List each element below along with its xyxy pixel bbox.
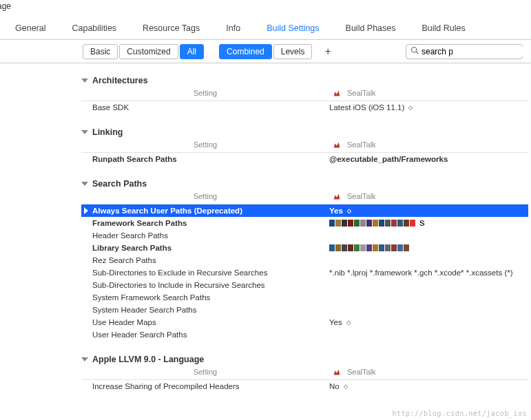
- setting-row-subdirs-exclude[interactable]: Sub-Directories to Exclude in Recursive …: [81, 266, 528, 279]
- setting-name: Sub-Directories to Exclude in Recursive …: [81, 269, 329, 277]
- target-column-header: SealTalk: [329, 88, 528, 98]
- filter-customized[interactable]: Customized: [119, 44, 178, 59]
- setting-name: System Header Search Paths: [81, 306, 329, 314]
- tab-general[interactable]: General: [11, 18, 50, 39]
- stepper-icon: ◇: [344, 384, 346, 390]
- setting-value[interactable]: Yes ◇: [329, 207, 528, 215]
- setting-name: Always Search User Paths (Deprecated): [92, 207, 242, 215]
- column-header-row: Setting SealTalk: [81, 138, 528, 151]
- setting-value[interactable]: S: [329, 219, 528, 227]
- setting-value[interactable]: [329, 244, 528, 251]
- disclosure-triangle-icon: [81, 357, 88, 361]
- setting-column-header: Setting: [81, 140, 329, 149]
- setting-name: System Framework Search Paths: [81, 293, 329, 302]
- app-target-icon: [332, 88, 342, 98]
- target-name: SealTalk: [347, 192, 376, 200]
- tab-build-phases[interactable]: Build Phases: [342, 18, 400, 39]
- disclosure-triangle-icon: [81, 78, 88, 83]
- app-target-icon: [332, 191, 342, 201]
- settings-content: Architectures Setting SealTalk Base SDK …: [0, 63, 531, 392]
- section-title: Search Paths: [92, 179, 147, 189]
- svg-point-0: [412, 48, 417, 53]
- search-icon: [410, 46, 419, 56]
- setting-name: Runpath Search Paths: [81, 155, 329, 163]
- target-column-header: SealTalk: [329, 191, 528, 201]
- target-column-header: SealTalk: [329, 367, 528, 377]
- app-target-icon: [332, 140, 342, 149]
- section-title: Architectures: [92, 76, 148, 85]
- setting-value[interactable]: Yes ◇: [329, 318, 528, 326]
- setting-row-always-search-user-paths[interactable]: Always Search User Paths (Deprecated) Ye…: [81, 204, 528, 217]
- filter-all[interactable]: All: [180, 44, 204, 59]
- setting-name: Base SDK: [81, 103, 329, 112]
- filter-bar: Basic Customized All Combined Levels +: [0, 40, 531, 63]
- target-name: SealTalk: [347, 89, 376, 97]
- app-target-icon: [332, 367, 342, 377]
- section-llvm-language: Apple LLVM 9.0 - Language Setting SealTa…: [81, 355, 528, 392]
- setting-name: Increase Sharing of Precompiled Headers: [81, 382, 329, 390]
- section-header-linking[interactable]: Linking: [81, 127, 528, 137]
- setting-row-increase-sharing-pch[interactable]: Increase Sharing of Precompiled Headers …: [81, 380, 528, 392]
- watermark: http://blog.csdn.net/jacob_ios: [392, 410, 527, 417]
- section-header-llvm[interactable]: Apple LLVM 9.0 - Language: [81, 355, 528, 364]
- setting-row-rez-search-paths[interactable]: Rez Search Paths: [81, 254, 528, 266]
- section-header-architectures[interactable]: Architectures: [81, 76, 528, 85]
- tab-info[interactable]: Info: [222, 18, 244, 39]
- multi-value-indicator: [329, 220, 415, 227]
- column-header-row: Setting SealTalk: [81, 366, 528, 378]
- stepper-icon: ◇: [408, 105, 411, 111]
- setting-row-framework-search-paths[interactable]: Framework Search Paths S: [81, 217, 528, 229]
- section-title: Apple LLVM 9.0 - Language: [92, 355, 204, 364]
- setting-name: Header Search Paths: [81, 231, 329, 240]
- target-column-header: SealTalk: [329, 140, 528, 149]
- multi-value-indicator: [329, 244, 409, 251]
- setting-row-header-search-paths[interactable]: Header Search Paths: [81, 229, 528, 242]
- add-filter-button[interactable]: +: [317, 45, 337, 58]
- project-tabs: General Capabilities Resource Tags Info …: [0, 17, 531, 40]
- setting-row-base-sdk[interactable]: Base SDK Latest iOS (iOS 11.1) ◇: [81, 101, 528, 114]
- section-search-paths: Search Paths Setting SealTalk Always Sea…: [81, 179, 528, 341]
- setting-column-header: Setting: [81, 89, 329, 97]
- setting-name: Rez Search Paths: [81, 256, 329, 264]
- setting-row-system-header-search-paths[interactable]: System Header Search Paths: [81, 304, 528, 316]
- setting-row-system-framework-search-paths[interactable]: System Framework Search Paths: [81, 291, 528, 304]
- tab-build-rules[interactable]: Build Rules: [418, 18, 470, 39]
- tab-resource-tags[interactable]: Resource Tags: [138, 18, 204, 39]
- filter-basic[interactable]: Basic: [83, 44, 118, 59]
- tab-capabilities[interactable]: Capabilities: [67, 18, 121, 39]
- setting-row-subdirs-include[interactable]: Sub-Directories to Include in Recursive …: [81, 279, 528, 291]
- filter-levels[interactable]: Levels: [273, 44, 313, 59]
- setting-row-library-search-paths[interactable]: Library Search Paths: [81, 242, 528, 254]
- tab-build-settings[interactable]: Build Settings: [262, 18, 323, 39]
- setting-row-runpath[interactable]: Runpath Search Paths @executable_path/Fr…: [81, 153, 528, 165]
- setting-name: Framework Search Paths: [81, 219, 329, 227]
- setting-column-header: Setting: [81, 192, 329, 200]
- column-header-row: Setting SealTalk: [81, 87, 528, 99]
- section-header-search-paths[interactable]: Search Paths: [81, 179, 528, 189]
- setting-row-user-header-search-paths[interactable]: User Header Search Paths: [81, 328, 528, 341]
- setting-name: Library Search Paths: [81, 244, 329, 252]
- section-linking: Linking Setting SealTalk Runpath Search …: [81, 127, 528, 165]
- setting-name: Use Header Maps: [81, 318, 329, 326]
- setting-column-header: Setting: [81, 368, 329, 376]
- disclosure-triangle-icon: [81, 182, 88, 186]
- target-name: SealTalk: [347, 140, 376, 149]
- setting-value[interactable]: Latest iOS (iOS 11.1) ◇: [329, 103, 528, 112]
- setting-row-use-header-maps[interactable]: Use Header Maps Yes ◇: [81, 316, 528, 328]
- setting-value[interactable]: @executable_path/Frameworks: [329, 155, 528, 163]
- setting-value[interactable]: No ◇: [329, 382, 528, 390]
- search-input[interactable]: [421, 47, 525, 56]
- section-title: Linking: [92, 127, 123, 137]
- column-header-row: Setting SealTalk: [81, 190, 528, 202]
- disclosure-triangle-icon: [84, 207, 88, 214]
- stepper-icon: ◇: [347, 208, 350, 214]
- usage-label: sage: [0, 0, 531, 12]
- disclosure-triangle-icon: [81, 130, 88, 134]
- setting-name: User Header Search Paths: [81, 330, 329, 339]
- search-field[interactable]: [406, 44, 523, 59]
- setting-name: Sub-Directories to Include in Recursive …: [81, 281, 329, 289]
- filter-combined[interactable]: Combined: [219, 44, 272, 59]
- setting-value[interactable]: *.nib *.lproj *.framework *.gch *.xcode*…: [329, 269, 528, 277]
- target-name: SealTalk: [347, 368, 376, 376]
- stepper-icon: ◇: [346, 319, 349, 326]
